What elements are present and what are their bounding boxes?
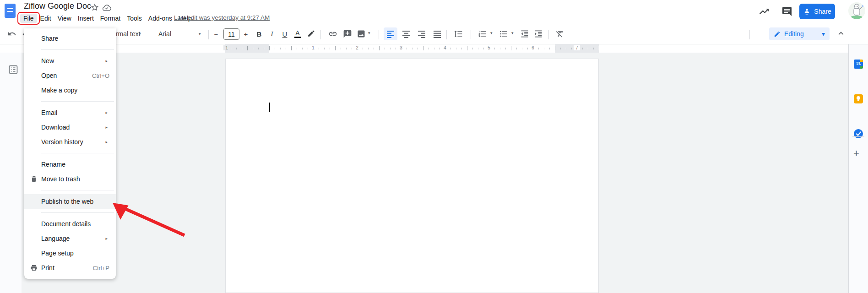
clear-formatting-button[interactable]: [553, 27, 567, 40]
decrease-indent-button[interactable]: [518, 27, 531, 40]
menu-insert[interactable]: Insert: [75, 14, 97, 23]
menu-separator: [41, 49, 114, 50]
chevron-down-icon[interactable]: ▾: [511, 31, 514, 35]
ruler-number: 5: [486, 45, 492, 50]
menu-item-download[interactable]: Download▸: [24, 120, 116, 135]
insert-link-button[interactable]: [326, 27, 340, 40]
user-avatar[interactable]: [848, 2, 865, 19]
bulleted-list-button[interactable]: [497, 27, 510, 40]
align-left-button[interactable]: [384, 27, 397, 40]
toolbar-divider: [379, 30, 379, 39]
menu-item-new[interactable]: New▸: [24, 54, 116, 68]
chevron-down-icon[interactable]: ▾: [368, 31, 370, 35]
underline-button[interactable]: U: [279, 27, 291, 40]
show-outline-button[interactable]: [8, 64, 20, 76]
highlight-color-button[interactable]: [304, 27, 317, 40]
editing-mode-dropdown[interactable]: Editing ▾: [769, 27, 830, 40]
menu-item-language[interactable]: Language▸: [24, 231, 116, 246]
menu-item-version-history[interactable]: Version history▸: [24, 135, 116, 149]
ruler-number: 1: [223, 45, 230, 50]
justify-button[interactable]: [430, 27, 444, 40]
increase-indent-button[interactable]: [532, 27, 545, 40]
undo-icon: [7, 29, 16, 38]
ruler-number: 2: [354, 45, 360, 50]
header: Ziflow Google Doc File Edit View Insert …: [0, 0, 868, 24]
document-outline-icon: [8, 64, 19, 75]
toolbar: Normal text ▾ Arial ▾ − 11 + B I U A ▾ ▾…: [0, 24, 868, 44]
text-cursor: [269, 103, 270, 112]
menu-item-share[interactable]: Share: [24, 31, 116, 46]
pencil-icon: [774, 31, 781, 38]
menu-item-open[interactable]: OpenCtrl+O: [24, 68, 116, 83]
menu-item-make-a-copy[interactable]: Make a copy: [24, 83, 116, 98]
align-center-button[interactable]: [399, 27, 413, 40]
link-icon: [328, 29, 337, 38]
justify-icon: [433, 29, 442, 38]
calendar-icon[interactable]: 31: [854, 60, 863, 69]
toolbar-divider: [208, 30, 209, 39]
bold-icon: B: [257, 30, 262, 38]
menu-edit[interactable]: Edit: [37, 14, 54, 23]
decrease-font-size-button[interactable]: −: [211, 27, 221, 40]
align-right-icon: [417, 29, 426, 38]
menu-file[interactable]: File: [20, 14, 37, 23]
print-icon: [30, 264, 38, 271]
menu-item-print[interactable]: Print Ctrl+P: [24, 260, 116, 275]
menu-format[interactable]: Format: [97, 14, 124, 23]
menu-item-rename[interactable]: Rename: [24, 157, 116, 172]
google-docs-icon[interactable]: [5, 4, 16, 18]
undo-button[interactable]: [5, 27, 18, 40]
image-icon: [357, 29, 366, 38]
bold-button[interactable]: B: [253, 27, 265, 40]
font-family-dropdown[interactable]: Arial ▾: [155, 27, 205, 40]
menu-item-move-to-trash[interactable]: Move to trash: [24, 172, 116, 186]
ruler[interactable]: 1 1 2 3 4 5 6 7: [0, 44, 848, 53]
tasks-icon[interactable]: [854, 129, 863, 138]
hide-menus-button[interactable]: [836, 28, 847, 39]
menu-tools[interactable]: Tools: [124, 14, 145, 23]
font-size-input[interactable]: 11: [223, 28, 239, 40]
menu-item-email[interactable]: Email▸: [24, 105, 116, 120]
toolbar-divider: [446, 30, 447, 39]
document-title[interactable]: Ziflow Google Doc: [24, 1, 91, 11]
highlighter-icon: [306, 29, 315, 38]
numbered-list-button[interactable]: [476, 27, 489, 40]
italic-button[interactable]: I: [266, 27, 278, 40]
chevron-down-icon: ▾: [139, 32, 141, 36]
align-right-button[interactable]: [415, 27, 429, 40]
minus-icon: −: [214, 30, 218, 38]
add-addon-button[interactable]: +: [853, 148, 859, 158]
submenu-arrow-icon: ▸: [105, 236, 116, 241]
share-button[interactable]: Share: [799, 4, 835, 19]
menu-view[interactable]: View: [54, 14, 75, 23]
toolbar-divider: [471, 30, 471, 39]
add-comment-icon: [343, 29, 352, 38]
comments-icon[interactable]: [781, 6, 792, 17]
side-panel: 31 +: [848, 24, 868, 293]
toolbar-divider: [320, 30, 321, 39]
cloud-saved-icon[interactable]: [102, 3, 111, 12]
toolbar-divider: [548, 30, 549, 39]
menu-addons[interactable]: Add-ons: [145, 14, 175, 23]
document-page[interactable]: [225, 59, 599, 293]
clear-formatting-icon: [555, 29, 564, 38]
left-panel: [0, 44, 22, 293]
last-edit-link[interactable]: Last edit was yesterday at 9:27 AM: [174, 14, 270, 21]
menu-item-publish-to-the-web[interactable]: Publish to the web: [24, 194, 116, 209]
chevron-down-icon[interactable]: ▾: [490, 31, 493, 35]
insert-image-button[interactable]: [355, 27, 367, 40]
docs-icon-lines: [7, 8, 13, 14]
star-icon[interactable]: [90, 3, 99, 12]
keep-icon[interactable]: [854, 94, 863, 103]
menu-item-document-details[interactable]: Document details: [24, 217, 116, 231]
menu-separator: [41, 190, 114, 190]
document-stats-icon[interactable]: [759, 6, 770, 17]
menu-separator: [41, 153, 114, 153]
plus-icon: +: [244, 30, 248, 38]
menu-item-page-setup[interactable]: Page setup: [24, 246, 116, 260]
text-color-button[interactable]: A: [292, 27, 304, 40]
increase-font-size-button[interactable]: +: [241, 27, 251, 40]
ruler-number: 4: [442, 45, 448, 50]
line-spacing-button[interactable]: [451, 27, 465, 40]
add-comment-button[interactable]: [341, 27, 354, 40]
